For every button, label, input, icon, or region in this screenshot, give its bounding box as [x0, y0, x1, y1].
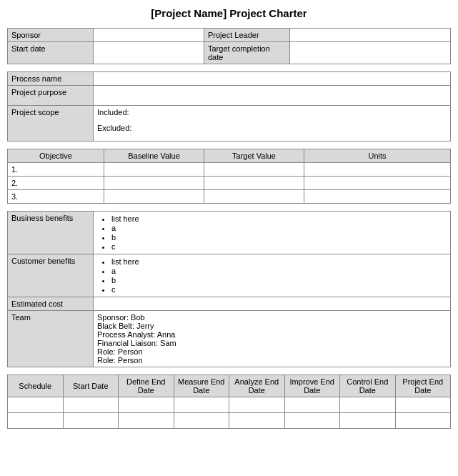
process-name-label: Process name — [8, 72, 94, 86]
table-row — [204, 177, 304, 190]
team-member: Process Analyst: Anna — [97, 330, 447, 339]
team-member: Sponsor: Bob — [97, 313, 447, 322]
project-leader-value — [290, 29, 451, 42]
table-row — [63, 397, 119, 413]
target-completion-value — [290, 42, 451, 64]
team-value: Sponsor: BobBlack Belt: JerryProcess Ana… — [94, 311, 451, 367]
team-member: Black Belt: Jerry — [97, 322, 447, 330]
scope-included: Included: — [97, 108, 447, 116]
info-section: Process name Project purpose Project sco… — [7, 71, 451, 142]
page-title: [Project Name] Project Charter — [7, 7, 451, 19]
list-item: a — [111, 267, 447, 275]
business-benefits-label: Business benefits — [8, 212, 94, 254]
schedule-col-header: Control End Date — [340, 375, 396, 397]
table-row — [340, 413, 396, 429]
col-units: Units — [304, 149, 451, 163]
table-row — [8, 413, 64, 429]
table-row — [63, 413, 119, 429]
table-row — [395, 413, 451, 429]
col-target: Target Value — [204, 149, 304, 163]
table-row — [284, 413, 340, 429]
table-row — [174, 413, 229, 429]
table-row — [229, 413, 285, 429]
customer-benefits-value: list hereabc — [94, 254, 451, 297]
table-row — [229, 397, 285, 413]
customer-benefits-label: Customer benefits — [8, 254, 94, 297]
table-row — [119, 413, 174, 429]
project-scope-label: Project scope — [8, 106, 94, 142]
target-completion-label: Target completion date — [204, 42, 290, 64]
col-objective: Objective — [8, 149, 104, 163]
estimated-cost-value — [94, 297, 451, 311]
team-member: Financial Liaison: Sam — [97, 339, 447, 347]
project-purpose-value — [94, 86, 451, 106]
table-row — [104, 190, 204, 204]
start-date-label: Start date — [8, 42, 94, 64]
benefits-section: Business benefits list hereabc Customer … — [7, 211, 451, 367]
process-name-value — [94, 72, 451, 86]
list-item: b — [111, 233, 447, 242]
table-row — [395, 397, 451, 413]
list-item: list here — [111, 214, 447, 223]
objectives-section: Objective Baseline Value Target Value Un… — [7, 149, 451, 204]
list-item: a — [111, 224, 447, 232]
estimated-cost-label: Estimated cost — [8, 297, 94, 311]
sponsor-label: Sponsor — [8, 29, 94, 42]
table-row — [304, 177, 451, 190]
list-item: list here — [111, 257, 447, 266]
list-item: c — [111, 242, 447, 251]
header-section: Sponsor Project Leader Start date Target… — [7, 28, 451, 64]
schedule-col-header: Project End Date — [395, 375, 451, 397]
table-row: 2. — [8, 177, 104, 190]
list-item: c — [111, 285, 447, 294]
project-scope-value: Included: Excluded: — [94, 106, 451, 142]
col-baseline: Baseline Value — [104, 149, 204, 163]
sponsor-value — [94, 29, 204, 42]
schedule-col-header: Measure End Date — [174, 375, 229, 397]
team-member: Role: Person — [97, 356, 447, 365]
table-row — [204, 190, 304, 204]
team-member: Role: Person — [97, 347, 447, 356]
team-label: Team — [8, 311, 94, 367]
scope-excluded: Excluded: — [97, 124, 447, 132]
table-row — [284, 397, 340, 413]
start-date-value — [94, 42, 204, 64]
table-row — [340, 397, 396, 413]
schedule-col-header: Schedule — [8, 375, 64, 397]
business-benefits-value: list hereabc — [94, 212, 451, 254]
table-row — [304, 190, 451, 204]
schedule-col-header: Analyze End Date — [229, 375, 285, 397]
table-row — [104, 163, 204, 177]
table-row — [174, 397, 229, 413]
table-row: 3. — [8, 190, 104, 204]
schedule-section: ScheduleStart DateDefine End DateMeasure… — [7, 375, 451, 429]
schedule-col-header: Improve End Date — [284, 375, 340, 397]
list-item: b — [111, 276, 447, 284]
schedule-col-header: Start Date — [63, 375, 119, 397]
table-row — [204, 163, 304, 177]
project-leader-label: Project Leader — [204, 29, 290, 42]
table-row — [8, 397, 64, 413]
table-row — [304, 163, 451, 177]
table-row: 1. — [8, 163, 104, 177]
table-row — [104, 177, 204, 190]
schedule-col-header: Define End Date — [119, 375, 174, 397]
table-row — [119, 397, 174, 413]
project-purpose-label: Project purpose — [8, 86, 94, 106]
